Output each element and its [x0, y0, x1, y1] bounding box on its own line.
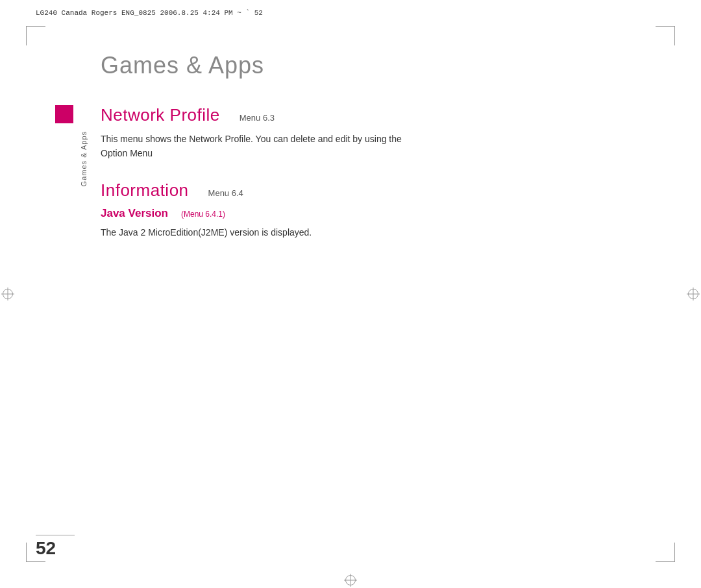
section-network-profile-heading: Network Profile Menu 6.3: [101, 105, 665, 125]
header-line: LG240 Canada Rogers ENG_0825 2006.8.25 4…: [36, 9, 665, 17]
section-network-profile-menu-ref: Menu 6.3: [240, 113, 275, 123]
header-text: LG240 Canada Rogers ENG_0825 2006.8.25 4…: [36, 9, 263, 17]
article-content: Network Profile Menu 6.3 This menu shows…: [94, 105, 665, 239]
crop-mark-top-left: [26, 26, 45, 45]
sub-section-java-version-menu-ref: (Menu 6.4.1): [181, 210, 225, 219]
section-information-title: Information: [101, 180, 189, 201]
crop-mark-bottom-right: [656, 543, 675, 562]
crop-mark-top-right: [656, 26, 675, 45]
section-network-profile: Network Profile Menu 6.3 This menu shows…: [101, 105, 665, 161]
reg-mark-right: [687, 288, 700, 300]
sidebar: Games & Apps: [36, 105, 94, 239]
content-layout: Games & Apps Network Profile Menu 6.3 Th…: [36, 105, 665, 239]
sidebar-label: Games & Apps: [80, 131, 88, 186]
sub-section-java-version-title: Java Version: [101, 207, 168, 220]
page-number-line: [36, 535, 75, 535]
reg-mark-bottom: [344, 574, 357, 587]
section-information: Information Menu 6.4 Java Version (Menu …: [101, 180, 665, 239]
section-information-heading: Information Menu 6.4: [101, 180, 665, 201]
section-network-profile-title: Network Profile: [101, 105, 220, 125]
page-number: 52: [36, 538, 75, 559]
section-information-menu-ref: Menu 6.4: [208, 188, 243, 198]
main-content: Games & Apps Games & Apps Network Profil…: [36, 52, 665, 536]
reg-mark-left: [1, 288, 14, 300]
sub-section-java-version-body: The Java 2 MicroEdition(J2ME) version is…: [101, 225, 412, 239]
page-number-area: 52: [36, 535, 75, 559]
sub-section-java-version-heading: Java Version (Menu 6.4.1): [101, 207, 665, 220]
page-title: Games & Apps: [101, 52, 665, 79]
sub-section-java-version: Java Version (Menu 6.4.1) The Java 2 Mic…: [101, 207, 665, 239]
section-network-profile-body: This menu shows the Network Profile. You…: [101, 132, 412, 161]
sidebar-accent-bar: [55, 105, 73, 123]
